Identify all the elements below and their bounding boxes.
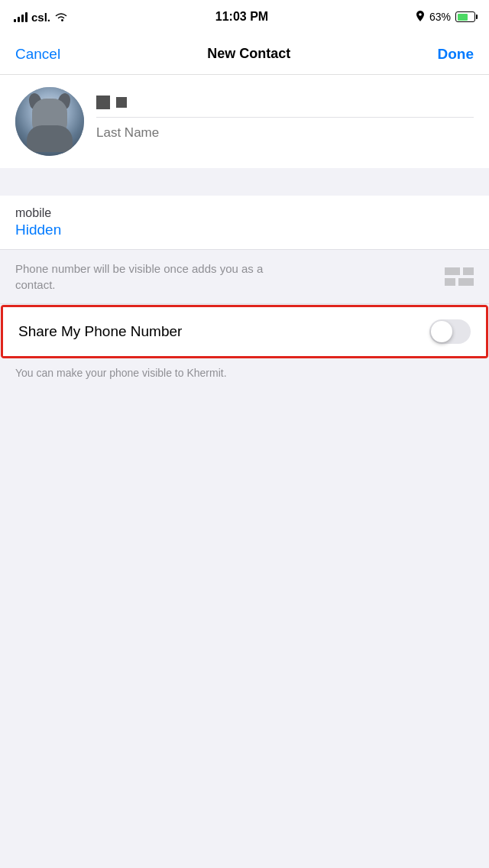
first-name-pixel-1 <box>96 96 110 109</box>
battery-fill <box>458 14 468 21</box>
phone-value: Hidden <box>15 222 474 238</box>
pixel-4 <box>458 278 474 286</box>
status-time: 11:03 PM <box>215 10 268 24</box>
pixel-2 <box>463 267 474 275</box>
done-button[interactable]: Done <box>437 46 474 63</box>
info-pixel-row-1 <box>445 267 474 275</box>
pixel-1 <box>445 267 460 275</box>
signal-icon <box>14 11 28 22</box>
first-name-row <box>96 96 474 118</box>
name-fields <box>96 96 474 148</box>
cancel-button[interactable]: Cancel <box>15 46 60 63</box>
info-pixel-row-2 <box>445 278 474 286</box>
info-text: Phone number will be visible once adds y… <box>15 261 275 293</box>
toggle-knob <box>431 321 452 342</box>
carrier-label: csl. <box>31 11 50 24</box>
phone-section: mobile Hidden <box>0 196 489 250</box>
nav-bar: Cancel New Contact Done <box>0 34 489 75</box>
last-name-field[interactable] <box>96 118 474 148</box>
share-section-highlight: Share My Phone Number <box>1 305 488 358</box>
battery-icon <box>455 11 475 22</box>
avatar-image <box>15 87 84 156</box>
footer-text: You can make your phone visible to Kherm… <box>0 359 489 391</box>
wifi-icon <box>54 11 68 22</box>
battery-percent: 63% <box>429 11 451 23</box>
pixel-3 <box>445 278 455 286</box>
location-icon <box>416 11 425 24</box>
first-name-display[interactable] <box>96 96 127 109</box>
page-title: New Contact <box>207 46 290 62</box>
first-name-pixel-2 <box>116 97 127 108</box>
info-pixel-block <box>445 267 474 286</box>
avatar[interactable] <box>15 87 84 156</box>
share-phone-label: Share My Phone Number <box>18 323 182 340</box>
status-left: csl. <box>14 11 68 24</box>
status-bar: csl. 11:03 PM 63% <box>0 0 489 34</box>
contact-form-section <box>0 75 489 168</box>
info-section: Phone number will be visible once adds y… <box>0 250 489 304</box>
share-section: Share My Phone Number <box>3 307 486 356</box>
phone-label: mobile <box>15 206 474 220</box>
svg-point-0 <box>419 13 422 16</box>
status-right: 63% <box>416 11 475 24</box>
share-phone-toggle[interactable] <box>429 319 471 344</box>
section-separator <box>0 168 489 196</box>
